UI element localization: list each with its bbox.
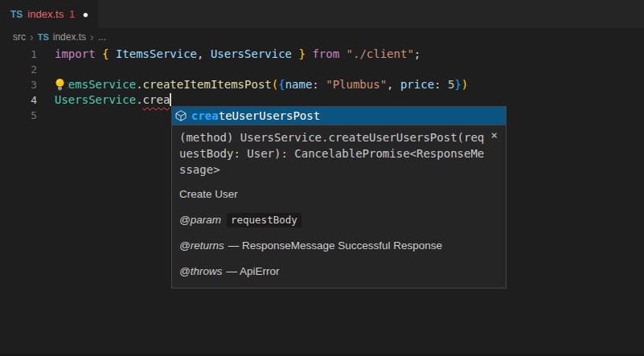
code-token <box>109 47 115 60</box>
chevron-right-icon: › <box>30 32 34 42</box>
doc-tags: @paramrequestBody@returns— ResponseMessa… <box>179 212 498 280</box>
code-line[interactable]: 2 <box>0 62 644 77</box>
suggestion-docs-panel: × (method) UsersService.createUserUsersP… <box>172 125 506 288</box>
code-token: "./client" <box>347 47 414 60</box>
code-token: , <box>197 47 211 60</box>
line-number: 5 <box>0 108 37 123</box>
suggestion-match-text: crea <box>191 109 219 122</box>
typescript-file-icon: TS <box>38 32 49 42</box>
code-token: UsersService <box>55 93 136 106</box>
code-token: : <box>312 78 326 91</box>
code-token: "Plumbus" <box>326 78 387 91</box>
method-signature: (method) UsersService.createUserUsersPos… <box>179 129 485 178</box>
code-token: } <box>299 47 306 60</box>
code-token: UsersService <box>211 47 292 60</box>
code-line[interactable]: 3ItemsService.createItemItemsPost({name:… <box>0 77 644 92</box>
line-number: 4 <box>0 92 37 108</box>
doc-tag-code-chip: requestBody <box>227 213 301 227</box>
chevron-right-icon: › <box>90 32 94 42</box>
lightbulb-icon[interactable] <box>54 78 67 92</box>
code-token: ) <box>461 78 468 91</box>
suggestion-label: createUserUsersPost <box>191 109 320 122</box>
vscode-editor-window: TS index.ts 1 ● src › TS index.ts › ... … <box>0 0 644 356</box>
close-icon[interactable]: × <box>491 129 498 141</box>
code-line[interactable]: 1import { ItemsService, UsersService } f… <box>0 47 644 62</box>
suggest-widget: createUserUsersPost × (method) UsersServ… <box>171 106 507 288</box>
breadcrumb: src › TS index.ts › ... <box>0 28 644 45</box>
method-cube-icon <box>174 109 187 122</box>
code-token: price <box>400 78 434 91</box>
doc-tag: @throws— ApiError <box>179 264 498 280</box>
line-number: 3 <box>0 77 37 92</box>
unsaved-changes-icon[interactable]: ● <box>83 9 88 20</box>
doc-tag: @returns— ResponseMessage Successful Res… <box>179 238 498 254</box>
code-token: createItemItemsPost <box>143 78 272 91</box>
code-token: from <box>312 47 339 60</box>
code-text: UsersService.crea <box>55 92 171 108</box>
breadcrumb-item-src[interactable]: src <box>13 31 26 43</box>
code-token: import <box>55 47 96 60</box>
code-token: } <box>454 78 461 91</box>
code-text: ItemsService.createItemItemsPost({name: … <box>55 77 468 92</box>
code-token: name <box>285 78 313 91</box>
breadcrumb-item-file[interactable]: index.ts <box>53 31 86 43</box>
code-token: ( <box>272 78 278 91</box>
code-token <box>292 47 298 60</box>
code-token: . <box>136 78 142 91</box>
problem-count-badge: 1 <box>69 9 75 20</box>
tab-bar: TS index.ts 1 ● <box>0 0 644 28</box>
doc-tag-label: @param <box>179 214 221 226</box>
code-token: ItemsService <box>116 47 197 60</box>
doc-tag-label: @returns <box>179 239 224 252</box>
code-token <box>339 47 346 60</box>
doc-tag-text: — ResponseMessage Successful Response <box>228 239 442 252</box>
code-token: { <box>278 78 285 91</box>
breadcrumb-item-symbol[interactable]: ... <box>98 31 106 43</box>
suggestion-rest-text: teUserUsersPost <box>219 109 320 122</box>
line-number: 1 <box>0 47 37 62</box>
text-cursor <box>170 93 171 106</box>
code-token: ItemsService <box>55 78 136 91</box>
code-token: crea <box>143 93 170 106</box>
typescript-file-icon: TS <box>10 9 23 20</box>
suggestion-item-createUserUsersPost[interactable]: createUserUsersPost <box>172 107 506 125</box>
code-token <box>96 47 102 60</box>
doc-tag-label: @throws <box>179 265 222 277</box>
line-number: 2 <box>0 62 37 77</box>
code-token: : <box>434 78 448 91</box>
doc-description: Create User <box>179 186 498 203</box>
code-token: ; <box>414 47 420 60</box>
tab-filename: index.ts <box>27 8 64 20</box>
code-token: . <box>136 93 142 106</box>
doc-tag-text: — ApiError <box>226 265 279 277</box>
code-token: , <box>387 78 400 91</box>
tab-index-ts[interactable]: TS index.ts 1 ● <box>0 0 98 28</box>
doc-tag: @paramrequestBody <box>179 212 498 228</box>
code-text: import { ItemsService, UsersService } fr… <box>55 47 420 62</box>
